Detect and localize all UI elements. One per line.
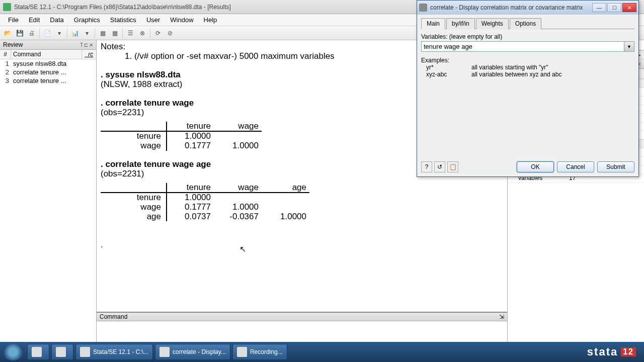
break-icon[interactable]: ⟳ — [152, 28, 164, 39]
ok-button[interactable]: OK — [517, 161, 554, 172]
cancel-button[interactable]: Cancel — [557, 161, 594, 172]
close-icon[interactable]: ✕ — [622, 3, 636, 12]
tab-main[interactable]: Main — [421, 18, 445, 29]
taskbar-item[interactable] — [27, 344, 49, 360]
open-icon[interactable]: 📂 — [2, 28, 13, 39]
tab-options[interactable]: Options — [510, 18, 541, 29]
clear-icon[interactable]: ⊗ — [137, 28, 148, 39]
menu-file[interactable]: File — [3, 15, 24, 25]
print-icon[interactable]: 🖨 — [26, 28, 37, 39]
review-row[interactable]: 2 correlate tenure ... — [0, 68, 96, 76]
chevron-down-icon[interactable]: ▼ — [624, 41, 634, 52]
pin-icon[interactable]: ⊏ — [84, 42, 88, 48]
stop-icon[interactable]: ⊘ — [165, 28, 176, 39]
viewer-icon[interactable]: ▾ — [54, 28, 65, 39]
graph-icon[interactable]: 📊 — [69, 28, 80, 39]
data-browser-icon[interactable]: ▦ — [109, 28, 120, 39]
app-icon — [56, 347, 66, 357]
taskbar-item[interactable] — [51, 344, 73, 360]
copy-icon[interactable]: 📋 — [447, 161, 458, 172]
menu-user[interactable]: User — [141, 15, 165, 25]
record-icon — [237, 347, 247, 357]
window-title: Stata/SE 12.1 - C:\Program Files (x86)\S… — [14, 4, 231, 11]
menu-help[interactable]: Help — [199, 15, 222, 25]
review-row[interactable]: 3 correlate tenure ... — [0, 76, 96, 85]
review-title: Review — [3, 41, 23, 48]
close-icon[interactable]: ✕ — [89, 42, 93, 48]
command-title: Command — [100, 313, 127, 320]
command-area: Command ⇲ — [97, 312, 507, 333]
menu-statistics[interactable]: Statistics — [105, 15, 141, 25]
save-icon[interactable]: 💾 — [14, 28, 25, 39]
corr-table-3: tenure wage age tenure 1.0000 wage — [101, 183, 503, 222]
examples-title: Examples: — [421, 57, 634, 64]
taskbar-item[interactable]: correlate - Display... — [155, 344, 230, 360]
stata-logo: stata 12 — [587, 345, 642, 358]
variables-label: Variables: (leave empty for all) — [421, 33, 634, 40]
pin-icon[interactable]: ⇲ — [499, 313, 504, 320]
menu-graphics[interactable]: Graphics — [69, 15, 105, 25]
help-icon[interactable]: ? — [421, 161, 432, 172]
data-editor-icon[interactable]: ▦ — [97, 28, 108, 39]
taskbar-item[interactable]: Stata/SE 12.1 - C:\... — [75, 344, 153, 360]
review-header: # Command _rc — [0, 50, 96, 59]
prompt: . — [101, 240, 503, 250]
dialog-tabs: Main by/if/in Weights Options — [421, 18, 634, 29]
minimize-icon[interactable]: — — [592, 3, 606, 12]
start-button[interactable] — [2, 343, 24, 360]
tab-byifin[interactable]: by/if/in — [446, 18, 475, 29]
taskbar-item[interactable]: Recording... — [232, 344, 287, 360]
correlate-dialog[interactable]: correlate - Display correlation matrix o… — [417, 0, 639, 177]
menu-edit[interactable]: Edit — [24, 15, 45, 25]
stata-icon — [80, 347, 90, 357]
app-icon — [3, 3, 11, 11]
menu-window[interactable]: Window — [165, 15, 198, 25]
dialog-icon — [159, 347, 170, 357]
filter-icon[interactable]: T — [80, 42, 83, 48]
do-icon[interactable]: ▾ — [82, 28, 93, 39]
review-row[interactable]: 1 sysuse nlsw88.dta — [0, 59, 96, 68]
dialog-title: correlate - Display correlation matrix o… — [430, 4, 583, 11]
vars-icon[interactable]: ☰ — [125, 28, 136, 39]
dialog-icon — [419, 4, 427, 12]
explorer-icon — [32, 347, 42, 357]
submit-button[interactable]: Submit — [597, 161, 634, 172]
taskbar: Stata/SE 12.1 - C:\... correlate - Displ… — [0, 342, 644, 362]
command-input[interactable] — [97, 321, 507, 330]
review-pane: Review T⊏✕ # Command _rc 1 sysuse nlsw88… — [0, 40, 97, 342]
maximize-icon[interactable]: ☐ — [607, 3, 621, 12]
menu-data[interactable]: Data — [45, 15, 68, 25]
log-icon[interactable]: 📄 — [42, 28, 53, 39]
reset-icon[interactable]: ↺ — [434, 161, 445, 172]
tab-weights[interactable]: Weights — [476, 18, 509, 29]
variables-input[interactable] — [421, 41, 624, 52]
dialog-titlebar[interactable]: correlate - Display correlation matrix o… — [417, 1, 638, 15]
